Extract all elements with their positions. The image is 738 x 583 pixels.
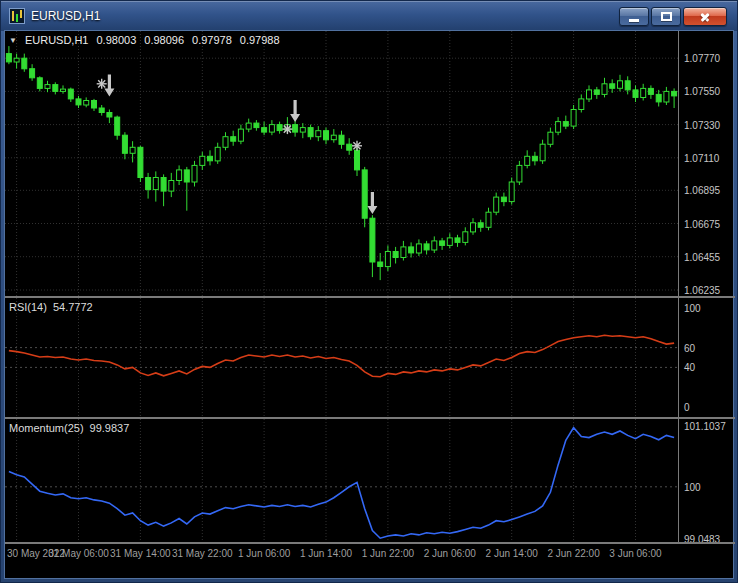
price-scale-label: 1.07770 [684, 53, 720, 64]
candlestick-chart[interactable] [5, 31, 678, 296]
chart-symbol-label: EURUSD,H1 [25, 34, 89, 46]
indicator-scale-label: 60 [684, 343, 695, 354]
momentum-scale[interactable]: 101.103710099.0483 [679, 419, 735, 542]
indicator-scale-label: 0 [684, 402, 690, 413]
maximize-button[interactable] [651, 7, 681, 26]
maximize-icon [661, 12, 672, 21]
ohlc-high: 0.98096 [144, 34, 184, 46]
minimize-button[interactable] [619, 7, 649, 26]
time-axis-label: 31 May 14:00 [110, 548, 171, 559]
time-axis[interactable]: 30 May 202231 May 06:0031 May 14:0031 Ma… [5, 544, 735, 580]
price-scale-label: 1.07550 [684, 86, 720, 97]
indicator-scale-label: 101.1037 [684, 421, 726, 432]
rsi-chart[interactable] [5, 298, 678, 417]
ohlc-open: 0.98003 [97, 34, 137, 46]
price-scale-label: 1.06895 [684, 185, 720, 196]
momentum-indicator-name: Momentum(25) [9, 422, 84, 434]
rsi-scale[interactable]: 10060400 [679, 298, 735, 417]
indicator-scale-label: 100 [684, 482, 701, 493]
close-button[interactable] [683, 7, 727, 26]
time-axis-label: 1 Jun 14:00 [300, 548, 352, 559]
price-scale-label: 1.07330 [684, 120, 720, 131]
indicator-scale-label: 40 [684, 362, 695, 373]
chart-client-area: ▼ EURUSD,H1 0.98003 0.98096 0.97978 0.97… [5, 31, 733, 578]
momentum-chart[interactable] [5, 419, 678, 542]
rsi-pane[interactable]: RSI(14) 54.7772 10060400 [5, 298, 735, 417]
time-axis-label: 2 Jun 14:00 [486, 548, 538, 559]
close-icon [699, 11, 711, 23]
chart-app-icon[interactable] [9, 8, 25, 24]
time-axis-label: 1 Jun 22:00 [362, 548, 414, 559]
price-scale[interactable]: 1.077701.075501.073301.071101.068951.066… [679, 31, 735, 296]
price-scale-label: 1.06675 [684, 219, 720, 230]
ohlc-low: 0.97978 [192, 34, 232, 46]
scale-separator [678, 31, 679, 544]
momentum-label: Momentum(25) 99.9837 [9, 422, 129, 434]
chart-header: ▼ EURUSD,H1 0.98003 0.98096 0.97978 0.97… [9, 34, 280, 46]
momentum-indicator-value: 99.9837 [90, 422, 130, 434]
price-scale-label: 1.06455 [684, 252, 720, 263]
rsi-label: RSI(14) 54.7772 [9, 301, 93, 313]
ohlc-close: 0.97988 [240, 34, 280, 46]
symbol-dropdown-icon[interactable]: ▼ [9, 36, 17, 45]
main-chart-pane[interactable]: ▼ EURUSD,H1 0.98003 0.98096 0.97978 0.97… [5, 31, 735, 296]
indicator-scale-label: 100 [684, 303, 701, 314]
window-title: EURUSD,H1 [31, 9, 100, 23]
time-axis-label: 31 May 06:00 [48, 548, 109, 559]
time-axis-label: 2 Jun 06:00 [424, 548, 476, 559]
titlebar[interactable]: EURUSD,H1 [1, 1, 737, 31]
rsi-indicator-value: 54.7772 [53, 301, 93, 313]
time-axis-label: 31 May 22:00 [172, 548, 233, 559]
time-axis-label: 3 Jun 06:00 [609, 548, 661, 559]
minimize-icon [629, 19, 639, 22]
momentum-pane[interactable]: Momentum(25) 99.9837 101.103710099.0483 [5, 419, 735, 542]
rsi-indicator-name: RSI(14) [9, 301, 47, 313]
time-axis-label: 1 Jun 06:00 [238, 548, 290, 559]
time-axis-label: 2 Jun 22:00 [547, 548, 599, 559]
price-scale-label: 1.07110 [684, 153, 719, 164]
mt4-chart-window: EURUSD,H1 ▼ EURUSD,H1 0.98003 0.98096 0.… [0, 0, 738, 583]
price-scale-label: 1.06235 [684, 285, 720, 296]
